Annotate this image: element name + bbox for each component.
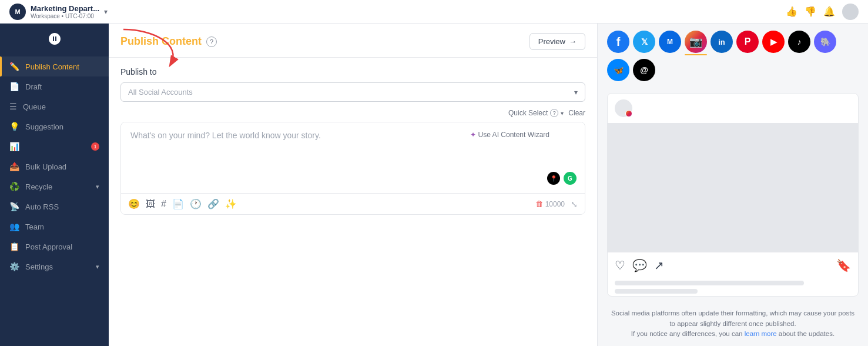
social-meta-wrapper[interactable]: M — [659, 31, 681, 55]
social-twitter-wrapper[interactable]: 𝕏 — [633, 31, 655, 55]
quick-select-row: Quick Select ? ▾ Clear — [120, 109, 585, 117]
twitter-icon[interactable]: 𝕏 — [633, 31, 655, 53]
suggestion-icon: 💡 — [9, 122, 19, 131]
location-icon[interactable]: 📍 — [547, 172, 560, 185]
text-area[interactable]: What's on your mind? Let the world know … — [121, 122, 585, 193]
app-logo — [44, 28, 65, 49]
link-icon[interactable]: 🔗 — [207, 198, 219, 209]
quick-select-label[interactable]: Quick Select ? ▾ — [508, 109, 564, 117]
instagram-badge-icon — [625, 110, 632, 117]
instagram-icon[interactable]: 📷 — [685, 31, 707, 53]
sidebar-item-recycle[interactable]: ♻️ Recycle ▾ — [0, 177, 109, 197]
grammarly-area: 📍 G — [547, 172, 577, 185]
thumbs-down-icon[interactable]: 👎 — [805, 6, 816, 17]
bookmark-icon[interactable]: 🔖 — [836, 258, 851, 272]
threads-icon[interactable]: @ — [633, 59, 655, 81]
sidebar-item-draft[interactable]: 📄 Draft — [0, 76, 109, 97]
facebook-underline — [607, 54, 629, 55]
workspace-info: Marketing Depart... Workspace • UTC-07:0… — [31, 4, 99, 19]
expand-icon[interactable]: ⤡ — [571, 199, 578, 209]
preview-image — [608, 123, 858, 252]
social-pinterest-wrapper[interactable]: P — [736, 31, 759, 55]
preview-avatar — [615, 99, 632, 117]
workspace-sub: Workspace • UTC-07:00 — [31, 13, 99, 19]
topbar-left: M Marketing Depart... Workspace • UTC-07… — [9, 4, 108, 20]
approval-icon: 📋 — [9, 242, 19, 251]
publish-to-select[interactable]: All Social Accounts ▾ — [120, 82, 585, 102]
editor-header: Publish Content ? Preview → — [109, 24, 597, 58]
linkedin-icon[interactable]: in — [711, 31, 733, 53]
youtube-underline — [762, 54, 785, 55]
social-linkedin-wrapper[interactable]: in — [711, 31, 733, 55]
sidebar-item-publish[interactable]: ✏️ Publish Content — [0, 56, 109, 76]
thumbs-up-icon[interactable]: 👍 — [786, 6, 797, 17]
logo-icon — [48, 32, 62, 46]
sidebar-item-queue-label: Queue — [23, 102, 46, 111]
facebook-icon[interactable]: f — [607, 31, 629, 53]
image-icon[interactable]: 🖼 — [146, 199, 155, 209]
sidebar-item-bulk-upload[interactable]: 📤 Bulk Upload — [0, 157, 109, 177]
text-editor: What's on your mind? Let the world know … — [120, 122, 585, 215]
pinterest-underline — [736, 54, 759, 55]
quick-select-chevron-icon: ▾ — [561, 110, 564, 117]
sidebar-item-suggestion[interactable]: 💡 Suggestion — [0, 117, 109, 137]
social-youtube-wrapper[interactable]: ▶ — [762, 31, 785, 55]
clock-icon[interactable]: 🕐 — [190, 198, 202, 209]
publish-icon: ✏️ — [9, 62, 19, 71]
threads-underline — [633, 82, 655, 84]
sidebar-item-analytics[interactable]: 📊 1 — [0, 137, 109, 157]
sidebar-item-auto-rss[interactable]: 📡 Auto RSS — [0, 197, 109, 217]
recycle-chevron-icon: ▾ — [96, 183, 99, 191]
social-icons-bar: f 𝕏 M 📷 — [598, 24, 868, 88]
meta-underline — [659, 54, 681, 55]
sidebar-item-approval-label: Post Approval — [25, 242, 72, 251]
sidebar-item-rss-label: Auto RSS — [25, 202, 59, 211]
grammarly-icon[interactable]: G — [564, 172, 577, 185]
clear-button[interactable]: Clear — [568, 109, 585, 117]
share-icon[interactable]: ↗ — [654, 258, 664, 272]
social-bluesky-wrapper[interactable]: 🦋 — [607, 59, 629, 84]
ai-wizard-button[interactable]: ✦ Use AI Content Wizard — [470, 131, 549, 139]
sidebar-item-queue[interactable]: ☰ Queue — [0, 97, 109, 117]
meta-icon[interactable]: M — [659, 31, 681, 53]
sidebar-item-suggestion-label: Suggestion — [25, 122, 63, 131]
mastodon-icon[interactable]: 🐘 — [814, 31, 836, 53]
analytics-icon: 📊 — [9, 142, 19, 151]
sidebar-item-post-approval[interactable]: 📋 Post Approval — [0, 237, 109, 257]
document-icon[interactable]: 📄 — [172, 198, 184, 209]
dropdown-chevron-icon: ▾ — [574, 88, 578, 97]
emoji-icon[interactable]: 😊 — [128, 198, 140, 209]
social-instagram-wrapper[interactable]: 📷 — [685, 31, 707, 55]
editor-panel: Publish Content ? Preview → Publish to A… — [109, 24, 598, 346]
notification-icon[interactable]: 🔔 — [823, 6, 835, 17]
sidebar-item-recycle-label: Recycle — [25, 182, 52, 191]
social-threads-wrapper[interactable]: @ — [633, 59, 655, 84]
disclaimer: Social media platforms often update thei… — [598, 301, 868, 346]
help-icon[interactable]: ? — [206, 36, 217, 47]
team-icon: 👥 — [9, 222, 19, 231]
comment-icon[interactable]: 💬 — [632, 258, 647, 272]
pinterest-icon[interactable]: P — [736, 31, 759, 53]
sidebar-item-team[interactable]: 👥 Team — [0, 217, 109, 237]
publish-to-placeholder: All Social Accounts — [128, 88, 193, 97]
ai-wand-icon: ✦ — [470, 131, 476, 139]
learn-more-link[interactable]: learn more — [745, 330, 777, 337]
hashtag-icon[interactable]: # — [161, 199, 166, 209]
user-avatar[interactable] — [842, 4, 859, 20]
social-mastodon-wrapper[interactable]: 🐘 — [814, 31, 836, 55]
heart-icon[interactable]: ♡ — [615, 258, 625, 272]
tiktok-icon[interactable]: ♪ — [788, 31, 810, 53]
preview-card-header — [608, 94, 858, 123]
preview-button[interactable]: Preview → — [529, 33, 585, 50]
topbar-right: 👍 👎 🔔 — [786, 4, 859, 20]
sidebar-nav: ✏️ Publish Content 📄 Draft ☰ Queue 💡 Sug… — [0, 54, 109, 279]
magic-icon[interactable]: ✨ — [225, 198, 237, 209]
bluesky-icon[interactable]: 🦋 — [607, 59, 629, 81]
sidebar-item-settings[interactable]: ⚙️ Settings ▾ — [0, 257, 109, 277]
social-tiktok-wrapper[interactable]: ♪ — [788, 31, 810, 55]
youtube-icon[interactable]: ▶ — [762, 31, 785, 53]
content-area: Publish Content ? Preview → Publish to A… — [109, 24, 868, 346]
social-facebook-wrapper[interactable]: f — [607, 31, 629, 55]
workspace-chevron-icon[interactable]: ▾ — [104, 8, 108, 16]
recycle-icon: ♻️ — [9, 182, 19, 191]
